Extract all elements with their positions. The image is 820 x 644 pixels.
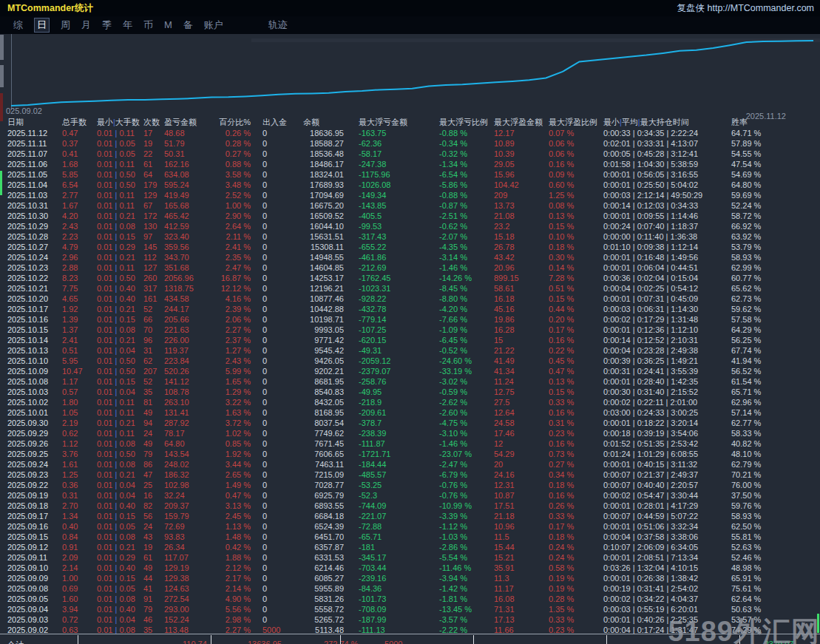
- table-row[interactable]: 2025.10.311.670.01 | 0.1167165.681.00 %0…: [0, 200, 820, 211]
- table-row[interactable]: 2025.09.261.120.01 | 0.084964.800.85 %07…: [0, 438, 820, 449]
- cell-max_float_profit: 71.31: [491, 604, 546, 614]
- cell-lot_range: 0.01 | 0.50: [97, 366, 143, 376]
- table-row[interactable]: 2025.10.204.650.01 | 0.40161434.584.16 %…: [0, 294, 820, 304]
- cell-win_rate: 57.14 %: [728, 407, 820, 418]
- cell-total_lots: 0.84: [62, 532, 97, 542]
- cell-trades: 61: [143, 159, 164, 169]
- cell-win_rate: 62.64 %: [728, 594, 820, 604]
- table-row[interactable]: 2025.10.030.570.01 | 0.0435108.781.29 %0…: [0, 387, 820, 397]
- table-row[interactable]: 2025.11.120.470.01 | 0.111748.680.26 %01…: [0, 128, 820, 138]
- cell-lot_range: 0.01 | 0.50: [97, 169, 143, 180]
- table-row[interactable]: 2025.09.120.910.01 | 0.211926.340.42 %06…: [0, 542, 820, 552]
- cell-hold_times: 0:00:01 | 0:28:01 | 4:17:29: [600, 501, 728, 511]
- table-row[interactable]: 2025.10.171.920.01 | 0.2152244.172.39 %0…: [0, 304, 820, 314]
- menu-item-季[interactable]: 季: [102, 18, 112, 32]
- cell-max_float_profit_pct: 0.15 %: [546, 387, 600, 397]
- table-row[interactable]: 2025.10.274.790.01 | 0.29145359.562.41 %…: [0, 242, 820, 252]
- cell-balance: 6357.87: [303, 542, 344, 552]
- table-row[interactable]: 2025.11.032.770.01 | 0.11129419.492.52 %…: [0, 190, 820, 200]
- cell-date: 2025.10.13: [0, 345, 62, 356]
- cell-cash_flow: 0: [253, 418, 303, 428]
- table-row[interactable]: 2025.10.282.230.01 | 0.1597323.402.11 %0…: [0, 231, 820, 242]
- table-row[interactable]: 2025.10.151.370.01 | 0.0870221.632.27 %0…: [0, 325, 820, 335]
- table-row[interactable]: 2025.10.130.510.01 | 0.0431119.371.27 %0…: [0, 345, 820, 356]
- table-row[interactable]: 2025.09.220.360.01 | 0.0425102.981.49 %0…: [0, 480, 820, 490]
- cell-max_float_loss: -221.07: [344, 511, 436, 521]
- table-row[interactable]: 2025.09.231.250.01 | 0.2147186.322.65 %0…: [0, 470, 820, 480]
- cell-max_float_loss: -184.44: [344, 459, 436, 470]
- cell-pnl: 520.26: [164, 366, 219, 376]
- table-row[interactable]: 2025.09.182.700.01 | 0.4082209.373.13 %0…: [0, 501, 820, 511]
- table-row[interactable]: 2025.09.190.310.01 | 0.041632.240.47 %06…: [0, 490, 820, 501]
- cell-pnl: 244.17: [164, 304, 219, 314]
- cell-pnl: 159.79: [164, 511, 219, 521]
- table-row[interactable]: 2025.11.055.850.01 | 0.5064634.083.58 %0…: [0, 169, 820, 180]
- table-row[interactable]: 2025.09.290.620.01 | 0.112478.171.02 %07…: [0, 428, 820, 438]
- cell-pnl_pct: 3.48 %: [219, 180, 253, 190]
- menu-item-账户[interactable]: 账户: [204, 18, 223, 32]
- menu-item-币[interactable]: 币: [143, 18, 153, 32]
- table-row[interactable]: 2025.11.046.540.01 | 0.50179595.243.48 %…: [0, 180, 820, 190]
- cell-total_lots: 1.17: [62, 376, 97, 387]
- chart-start-date-label: 025.09.02: [6, 106, 42, 115]
- cell-max_float_loss_pct: -23.07 %: [436, 449, 491, 459]
- menu-item-备[interactable]: 备: [183, 18, 193, 32]
- cell-balance: 9771.42: [303, 335, 344, 345]
- table-row[interactable]: 2025.09.150.840.01 | 0.084393.831.48 %06…: [0, 532, 820, 542]
- cell-win_rate: 37.50 %: [728, 490, 820, 501]
- table-row[interactable]: 2025.09.253.760.01 | 0.5079143.541.92 %0…: [0, 449, 820, 459]
- table-row[interactable]: 2025.11.110.370.01 | 0.051951.790.28 %01…: [0, 138, 820, 149]
- table-row[interactable]: 2025.10.228.230.01 | 0.502602056.9616.87…: [0, 273, 820, 283]
- cell-cash_flow: 0: [253, 594, 303, 604]
- table-row[interactable]: 2025.09.160.400.01 | 0.052472.691.13 %06…: [0, 521, 820, 532]
- table-row[interactable]: 2025.09.080.690.01 | 0.0541124.632.14 %0…: [0, 583, 820, 594]
- column-header-total_lots: 总手数: [62, 117, 97, 128]
- table-row[interactable]: 2025.10.232.880.01 | 0.11127351.682.47 %…: [0, 262, 820, 273]
- menu-item-M[interactable]: M: [164, 18, 172, 32]
- table-row[interactable]: 2025.11.061.680.01 | 0.1161162.160.88 %0…: [0, 159, 820, 169]
- table-row[interactable]: 2025.09.043.940.01 | 0.4079293.005.56 %0…: [0, 604, 820, 614]
- cell-total_lots: 0.51: [62, 345, 97, 356]
- cell-max_float_profit_pct: 0.16 %: [546, 407, 600, 418]
- cell-pnl: 143.54: [164, 449, 219, 459]
- cell-max_float_loss: -2059.12: [344, 356, 436, 366]
- cell-total_lots: 0.36: [62, 480, 97, 490]
- cell-win_rate: 56.25 %: [728, 335, 820, 345]
- menu-item-年[interactable]: 年: [123, 18, 132, 32]
- table-row[interactable]: 2025.10.142.410.01 | 0.2196226.002.37 %0…: [0, 335, 820, 345]
- cell-max_float_profit_pct: 0.44 %: [546, 304, 600, 314]
- cell-max_float_loss_pct: -0.52 %: [436, 345, 491, 356]
- menu-item-日[interactable]: 日: [34, 18, 50, 33]
- table-row[interactable]: 2025.09.302.190.01 | 0.2194287.923.72 %0…: [0, 418, 820, 428]
- table-row[interactable]: 2025.10.161.390.01 | 0.1566205.662.06 %0…: [0, 314, 820, 325]
- table-row[interactable]: 2025.09.102.140.01 | 0.4049129.192.12 %0…: [0, 563, 820, 573]
- table-row[interactable]: 2025.10.292.430.01 | 0.08130412.592.64 %…: [0, 221, 820, 231]
- cell-max_float_loss_pct: -1.34 %: [436, 159, 491, 169]
- table-row[interactable]: 2025.09.171.340.01 | 0.1556159.792.45 %0…: [0, 511, 820, 521]
- cell-win_rate: 65.91 %: [728, 573, 820, 583]
- table-row[interactable]: 2025.10.0910.470.01 | 0.50207520.265.99 …: [0, 366, 820, 376]
- cell-date: 2025.09.16: [0, 521, 62, 532]
- cell-lot_range: 0.01 | 0.05: [97, 583, 143, 594]
- menu-item-周[interactable]: 周: [61, 18, 70, 32]
- table-row[interactable]: 2025.10.011.050.01 | 0.1149131.411.63 %0…: [0, 407, 820, 418]
- table-row[interactable]: 2025.09.112.090.01 | 0.2961117.071.88 %0…: [0, 552, 820, 563]
- table-row[interactable]: 2025.10.242.960.01 | 0.21112343.702.35 %…: [0, 252, 820, 262]
- table-row[interactable]: 2025.10.105.950.01 | 0.5062223.842.43 %0…: [0, 356, 820, 366]
- table-row[interactable]: 2025.09.051.600.01 | 0.0891272.544.90 %0…: [0, 594, 820, 604]
- table-row[interactable]: 2025.10.304.200.01 | 0.21172465.422.90 %…: [0, 211, 820, 221]
- cell-hold_times: 0:01:58 | 1:04:30 | 5:38:59: [600, 159, 728, 169]
- table-row[interactable]: 2025.09.241.610.01 | 0.0886248.023.44 %0…: [0, 459, 820, 470]
- menu-item-综[interactable]: 综: [13, 18, 23, 32]
- table-row[interactable]: 2025.11.070.410.01 | 0.052250.310.27 %01…: [0, 149, 820, 159]
- table-row[interactable]: 2025.09.091.000.01 | 0.1544129.382.17 %0…: [0, 573, 820, 583]
- table-row[interactable]: 2025.10.081.170.01 | 0.1552141.121.65 %0…: [0, 376, 820, 387]
- cell-hold_times: 0:00:01 | 2:08:51 | 7:13:34: [600, 552, 728, 563]
- table-row[interactable]: 2025.10.021.800.01 | 0.1181263.103.22 %0…: [0, 397, 820, 407]
- table-row[interactable]: 2025.10.217.750.01 | 0.403171318.7512.12…: [0, 283, 820, 294]
- menu-item-月[interactable]: 月: [81, 18, 91, 32]
- cell-total_lots: 3.76: [62, 449, 97, 459]
- cell-max_float_loss: -52.3: [344, 490, 436, 501]
- menu-item-轨迹[interactable]: 轨迹: [268, 18, 288, 32]
- daily-stats-table: 日期总手数最小|大手数次数盈亏金额百分比%出入金余额最大浮亏金额最大浮亏比例最大…: [0, 117, 820, 635]
